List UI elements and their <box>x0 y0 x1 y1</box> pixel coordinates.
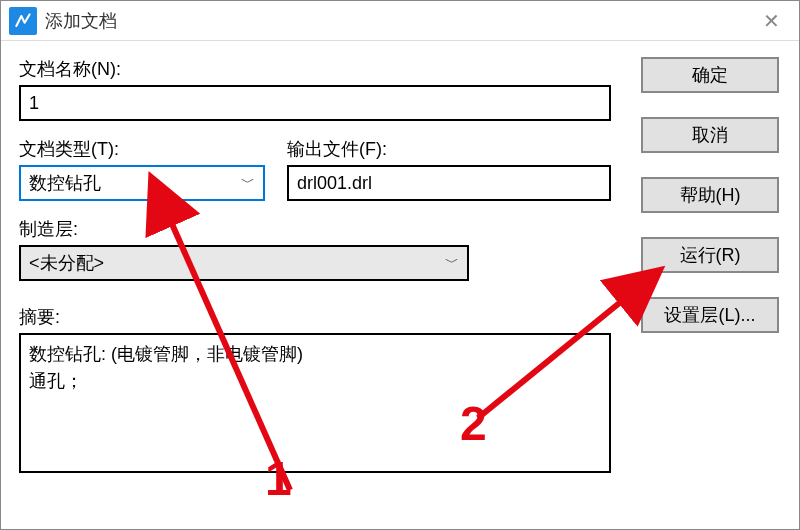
doc-type-value: 数控钻孔 <box>29 171 101 195</box>
buttons-area: 确定 取消 帮助(H) 运行(R) 设置层(L)... <box>641 57 779 333</box>
cancel-button[interactable]: 取消 <box>641 117 779 153</box>
chevron-down-icon: ﹀ <box>445 254 459 272</box>
fab-layer-value: <未分配> <box>29 251 104 275</box>
set-layers-button[interactable]: 设置层(L)... <box>641 297 779 333</box>
help-button[interactable]: 帮助(H) <box>641 177 779 213</box>
dialog-content: 文档名称(N): 文档类型(T): 数控钻孔 ﹀ 输出文件(F): <box>1 41 799 529</box>
dialog-window: 添加文档 ✕ 文档名称(N): 文档类型(T): 数控钻孔 ﹀ <box>0 0 800 530</box>
doc-name-input[interactable] <box>19 85 611 121</box>
output-file-label: 输出文件(F): <box>287 137 611 161</box>
summary-label: 摘要: <box>19 305 611 329</box>
ok-button[interactable]: 确定 <box>641 57 779 93</box>
close-icon: ✕ <box>763 9 780 33</box>
summary-textarea[interactable]: 数控钻孔: (电镀管脚，非电镀管脚) 通孔； <box>19 333 611 473</box>
titlebar: 添加文档 ✕ <box>1 1 799 41</box>
app-icon <box>9 7 37 35</box>
window-title: 添加文档 <box>45 9 751 33</box>
form-area: 文档名称(N): 文档类型(T): 数控钻孔 ﹀ 输出文件(F): <box>19 57 611 473</box>
fab-layer-select[interactable]: <未分配> ﹀ <box>19 245 469 281</box>
output-file-input[interactable] <box>287 165 611 201</box>
chevron-down-icon: ﹀ <box>241 174 255 192</box>
doc-type-select[interactable]: 数控钻孔 ﹀ <box>19 165 265 201</box>
fab-layer-label: 制造层: <box>19 217 611 241</box>
doc-name-label: 文档名称(N): <box>19 57 611 81</box>
doc-type-label: 文档类型(T): <box>19 137 265 161</box>
run-button[interactable]: 运行(R) <box>641 237 779 273</box>
close-button[interactable]: ✕ <box>751 1 791 41</box>
